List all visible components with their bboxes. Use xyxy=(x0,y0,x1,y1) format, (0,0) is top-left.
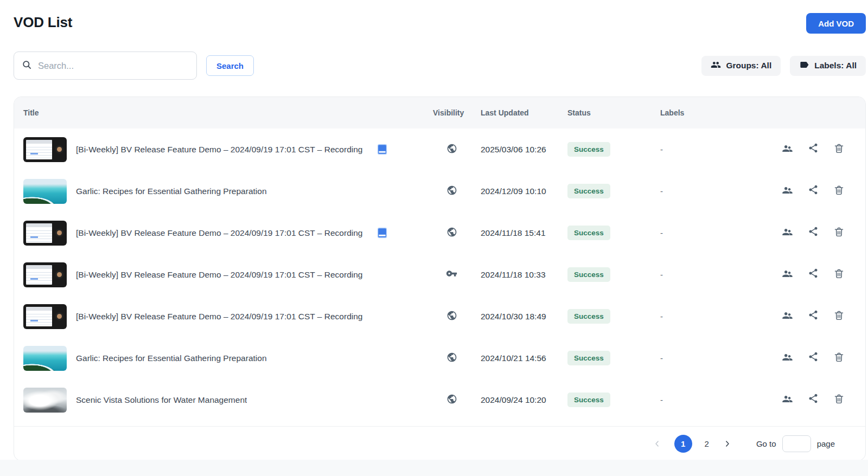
groups-filter-button[interactable]: Groups: All xyxy=(701,56,781,76)
vod-title[interactable]: Garlic: Recipes for Essential Gathering … xyxy=(76,186,267,196)
share-to-people-button[interactable] xyxy=(781,184,793,198)
share-to-people-button[interactable] xyxy=(781,351,793,365)
trash-icon xyxy=(833,351,845,365)
vod-thumbnail[interactable] xyxy=(23,221,67,246)
book-icon[interactable] xyxy=(377,144,387,155)
vod-title[interactable]: [Bi-Weekly] BV Release Feature Demo – 20… xyxy=(76,228,362,238)
trash-icon xyxy=(833,268,845,281)
labels-filter-button[interactable]: Labels: All xyxy=(790,56,866,76)
people-icon xyxy=(781,184,793,198)
vod-title[interactable]: Garlic: Recipes for Essential Gathering … xyxy=(76,353,267,363)
vod-title[interactable]: Scenic Vista Solutions for Water Managem… xyxy=(76,395,247,405)
share-icon xyxy=(808,310,819,323)
globe-icon xyxy=(446,310,457,323)
share-link-button[interactable] xyxy=(808,226,819,240)
tag-icon xyxy=(799,60,809,72)
share-to-people-button[interactable] xyxy=(781,143,793,156)
vod-title[interactable]: [Bi-Weekly] BV Release Feature Demo – 20… xyxy=(76,312,362,321)
delete-vod-button[interactable] xyxy=(833,226,845,240)
labels-value: - xyxy=(660,145,663,154)
pagination-page-1[interactable]: 1 xyxy=(674,435,692,453)
delete-vod-button[interactable] xyxy=(833,310,845,323)
last-updated-value: 2024/09/24 10:20 xyxy=(481,395,546,404)
labels-value: - xyxy=(660,270,663,279)
goto-label: Go to xyxy=(756,439,776,448)
column-header-visibility: Visibility xyxy=(426,108,477,117)
delete-vod-button[interactable] xyxy=(833,351,845,365)
people-icon xyxy=(781,143,793,156)
groups-filter-label: Groups: All xyxy=(726,61,771,70)
last-updated-value: 2024/11/18 10:33 xyxy=(481,270,546,279)
status-badge: Success xyxy=(567,309,610,324)
book-icon[interactable] xyxy=(377,227,387,239)
search-button[interactable]: Search xyxy=(206,55,254,76)
globe-icon xyxy=(446,394,457,407)
people-icon xyxy=(781,351,793,365)
key-icon xyxy=(446,268,457,281)
share-icon xyxy=(808,351,819,365)
vod-thumbnail[interactable] xyxy=(23,346,67,371)
vod-thumbnail[interactable] xyxy=(23,262,67,287)
pagination-page-2[interactable]: 2 xyxy=(699,436,714,452)
share-icon xyxy=(808,268,819,281)
trash-icon xyxy=(833,310,845,323)
pagination-prev-button[interactable] xyxy=(651,438,663,450)
controls-row: Search Groups: All Labels: All xyxy=(14,52,866,80)
status-badge: Success xyxy=(567,351,610,365)
table-header-row: Title Visibility Last Updated Status Lab… xyxy=(14,97,865,128)
status-badge: Success xyxy=(567,393,610,407)
share-icon xyxy=(808,226,819,240)
share-link-button[interactable] xyxy=(808,310,819,323)
share-to-people-button[interactable] xyxy=(781,268,793,281)
labels-value: - xyxy=(660,353,663,363)
column-header-labels: Labels xyxy=(654,108,762,117)
share-link-button[interactable] xyxy=(808,268,819,281)
globe-icon xyxy=(446,185,457,198)
topbar: VOD List Add VOD xyxy=(0,0,868,34)
table-row: [Bi-Weekly] BV Release Feature Demo – 20… xyxy=(14,254,865,295)
delete-vod-button[interactable] xyxy=(833,268,845,281)
delete-vod-button[interactable] xyxy=(833,143,845,156)
trash-icon xyxy=(833,143,845,156)
trash-icon xyxy=(833,184,845,198)
share-link-button[interactable] xyxy=(808,143,819,156)
share-to-people-button[interactable] xyxy=(781,310,793,323)
vod-thumbnail[interactable] xyxy=(23,179,67,204)
share-link-button[interactable] xyxy=(808,184,819,198)
column-header-status: Status xyxy=(564,108,654,117)
share-link-button[interactable] xyxy=(808,393,819,407)
globe-icon xyxy=(446,227,457,240)
share-link-button[interactable] xyxy=(808,351,819,365)
search-box[interactable] xyxy=(14,52,197,80)
share-to-people-button[interactable] xyxy=(781,393,793,407)
table-row: [Bi-Weekly] BV Release Feature Demo – 20… xyxy=(14,295,865,337)
status-badge: Success xyxy=(567,267,610,282)
pagination-next-button[interactable] xyxy=(721,438,733,450)
share-icon xyxy=(808,143,819,156)
goto-page-input[interactable] xyxy=(782,435,811,452)
table-body: [Bi-Weekly] BV Release Feature Demo – 20… xyxy=(14,128,865,426)
vod-thumbnail[interactable] xyxy=(23,388,67,413)
vod-thumbnail[interactable] xyxy=(23,137,67,162)
vod-thumbnail[interactable] xyxy=(23,304,67,329)
share-icon xyxy=(808,393,819,407)
status-badge: Success xyxy=(567,226,610,240)
share-to-people-button[interactable] xyxy=(781,226,793,240)
delete-vod-button[interactable] xyxy=(833,393,845,407)
labels-value: - xyxy=(660,228,663,237)
vod-title[interactable]: [Bi-Weekly] BV Release Feature Demo – 20… xyxy=(76,270,362,280)
share-icon xyxy=(808,184,819,198)
filter-chips: Groups: All Labels: All xyxy=(701,56,866,76)
people-icon xyxy=(781,268,793,281)
search-icon xyxy=(22,60,32,72)
pagination-bar: 1 2 Go to page xyxy=(14,426,865,460)
delete-vod-button[interactable] xyxy=(833,184,845,198)
table-row: Garlic: Recipes for Essential Gathering … xyxy=(14,337,865,379)
vod-title[interactable]: [Bi-Weekly] BV Release Feature Demo – 20… xyxy=(76,145,362,155)
add-vod-button[interactable]: Add VOD xyxy=(806,13,866,34)
search-input[interactable] xyxy=(38,61,189,71)
labels-value: - xyxy=(660,395,663,404)
last-updated-value: 2024/12/09 10:10 xyxy=(481,186,546,196)
last-updated-value: 2025/03/06 10:26 xyxy=(481,145,546,154)
table-row: [Bi-Weekly] BV Release Feature Demo – 20… xyxy=(14,128,865,170)
